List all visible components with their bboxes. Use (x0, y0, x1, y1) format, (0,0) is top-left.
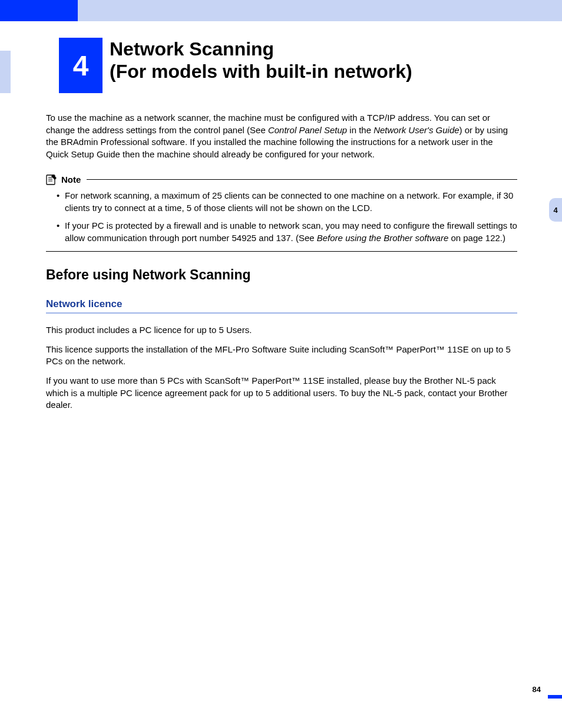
subsection-heading-rule (46, 312, 517, 314)
body-paragraph-1: This product includes a PC licence for u… (46, 324, 517, 337)
top-bar-light-accent (78, 0, 562, 21)
body-paragraph-2: This licence supports the installation o… (46, 344, 517, 368)
chapter-title-line1: Network Scanning (110, 38, 412, 60)
note-pencil-icon (46, 173, 58, 185)
top-bar-blue-accent (0, 0, 78, 21)
note-item-1: For network scanning, a maximum of 25 cl… (57, 190, 517, 214)
note-label: Note (61, 174, 81, 185)
chapter-number: 4 (73, 50, 89, 82)
chapter-title-line2: (For models with built-in network) (110, 60, 412, 83)
intro-italic-2: Network User's Guide (373, 125, 459, 135)
note-footer-rule (46, 251, 517, 252)
note-item-1-text: For network scanning, a maximum of 25 cl… (65, 190, 513, 213)
intro-text-2: in the (347, 125, 373, 135)
section-heading-before-using: Before using Network Scanning (46, 267, 517, 283)
note-section: Note For network scanning, a maximum of … (46, 173, 517, 252)
intro-italic-1: Control Panel Setup (268, 125, 347, 135)
body-paragraph-3: If you want to use more than 5 PCs with … (46, 375, 517, 411)
chapter-number-box: 4 (59, 38, 103, 93)
note-list: For network scanning, a maximum of 25 cl… (46, 190, 517, 244)
intro-paragraph: To use the machine as a network scanner,… (46, 112, 517, 160)
side-tab-chapter: 4 (549, 198, 562, 222)
subsection-heading-wrap: Network licence (46, 298, 517, 314)
top-bar (0, 0, 562, 21)
page-content: To use the machine as a network scanner,… (46, 112, 517, 419)
page-number: 84 (533, 685, 541, 694)
left-side-accent (0, 51, 11, 93)
note-header-rule (87, 179, 517, 180)
note-item-2-after: on page 122.) (448, 233, 505, 243)
note-item-2-italic: Before using the Brother software (317, 233, 448, 243)
chapter-title: Network Scanning (For models with built-… (110, 38, 412, 83)
note-header: Note (46, 173, 517, 185)
footer-blue-accent (548, 695, 562, 699)
side-tab-number: 4 (553, 206, 557, 215)
note-item-2: If your PC is protected by a firewall an… (57, 220, 517, 244)
subsection-heading-network-licence: Network licence (46, 298, 517, 312)
